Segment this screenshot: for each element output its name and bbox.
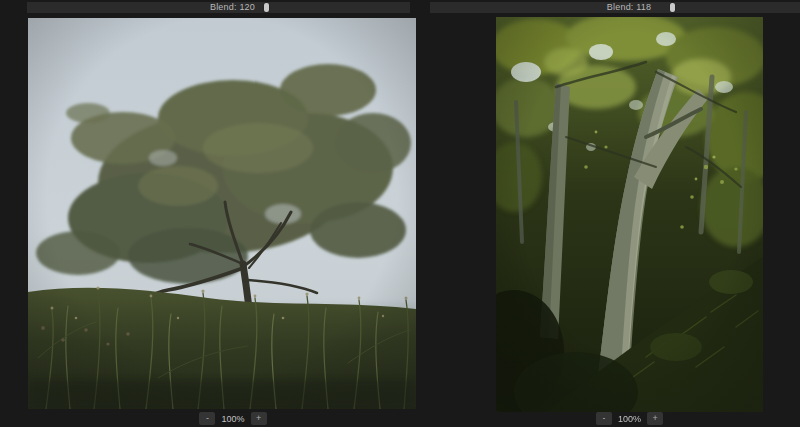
zoom-out-button-left[interactable]: - — [199, 412, 215, 425]
zoom-controls-left: - 100% + — [39, 411, 427, 426]
blend-slider-thumb-left[interactable] — [264, 3, 269, 12]
blend-slider-thumb-right[interactable] — [670, 3, 675, 12]
zoom-level-right: 100% — [618, 414, 641, 424]
foggy-tree-photo — [28, 18, 416, 409]
zoom-level-left: 100% — [221, 414, 244, 424]
forest-beech-photo — [496, 17, 763, 412]
photo-editor-workspace: Blend: 120 — [0, 0, 800, 427]
photo-canvas-right[interactable] — [496, 17, 763, 412]
blend-value-label-right: Blend: 118 — [607, 2, 651, 13]
blend-slider-right[interactable]: Blend: 118 — [430, 2, 800, 13]
photo-canvas-left[interactable] — [28, 18, 416, 409]
zoom-in-button-right[interactable]: + — [647, 412, 663, 425]
zoom-out-button-right[interactable]: - — [596, 412, 612, 425]
zoom-in-button-left[interactable]: + — [251, 412, 267, 425]
zoom-controls-right: - 100% + — [496, 411, 763, 426]
blend-slider-left[interactable]: Blend: 120 — [27, 2, 410, 13]
blend-value-label-left: Blend: 120 — [210, 2, 255, 13]
